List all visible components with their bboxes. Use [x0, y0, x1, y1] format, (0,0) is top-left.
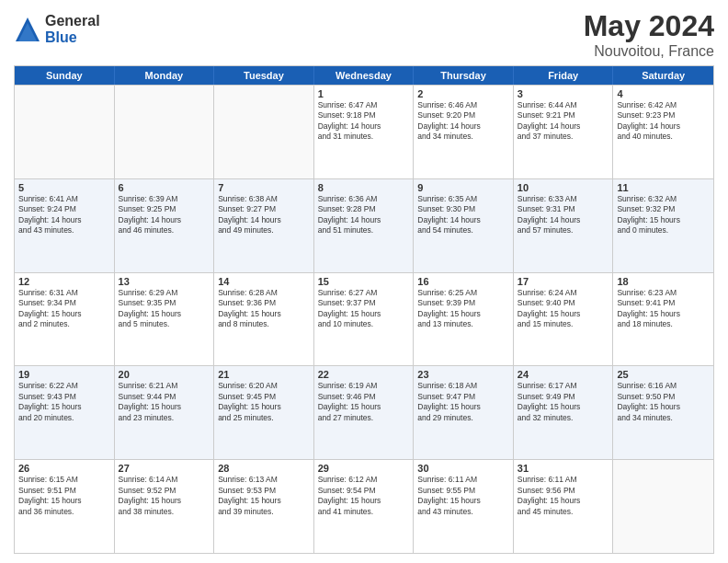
day-cell-31: 31Sunrise: 6:11 AM Sunset: 9:56 PM Dayli…: [514, 460, 614, 553]
day-info: Sunrise: 6:18 AM Sunset: 9:47 PM Dayligh…: [417, 381, 509, 423]
subtitle: Nouvoitou, France: [584, 43, 714, 60]
header-day-sunday: Sunday: [15, 66, 115, 85]
day-info: Sunrise: 6:12 AM Sunset: 9:54 PM Dayligh…: [318, 475, 410, 517]
day-cell-5: 5Sunrise: 6:41 AM Sunset: 9:24 PM Daylig…: [15, 179, 115, 272]
day-number: 29: [318, 463, 410, 474]
day-info: Sunrise: 6:47 AM Sunset: 9:18 PM Dayligh…: [318, 100, 410, 143]
day-info: Sunrise: 6:39 AM Sunset: 9:25 PM Dayligh…: [119, 194, 210, 236]
day-info: Sunrise: 6:41 AM Sunset: 9:24 PM Dayligh…: [18, 194, 110, 236]
day-number: 13: [119, 276, 210, 287]
calendar-row-4: 19Sunrise: 6:22 AM Sunset: 9:43 PM Dayli…: [15, 365, 713, 459]
header-day-tuesday: Tuesday: [214, 66, 314, 85]
day-number: 28: [218, 463, 310, 474]
day-number: 19: [18, 369, 110, 380]
day-number: 22: [318, 369, 410, 380]
day-cell-14: 14Sunrise: 6:28 AM Sunset: 9:36 PM Dayli…: [214, 273, 314, 366]
day-info: Sunrise: 6:22 AM Sunset: 9:43 PM Dayligh…: [18, 381, 110, 423]
header-day-monday: Monday: [115, 66, 215, 85]
day-info: Sunrise: 6:21 AM Sunset: 9:44 PM Dayligh…: [119, 381, 210, 423]
day-info: Sunrise: 6:11 AM Sunset: 9:56 PM Dayligh…: [518, 475, 609, 517]
day-number: 1: [318, 88, 410, 99]
day-cell-19: 19Sunrise: 6:22 AM Sunset: 9:43 PM Dayli…: [15, 366, 115, 459]
day-cell-21: 21Sunrise: 6:20 AM Sunset: 9:45 PM Dayli…: [214, 366, 314, 459]
main-title: May 2024: [584, 9, 714, 43]
day-info: Sunrise: 6:44 AM Sunset: 9:21 PM Dayligh…: [518, 100, 609, 143]
logo-general: General: [45, 13, 100, 29]
day-cell-27: 27Sunrise: 6:14 AM Sunset: 9:52 PM Dayli…: [115, 460, 215, 553]
day-number: 11: [617, 182, 710, 193]
day-info: Sunrise: 6:15 AM Sunset: 9:51 PM Dayligh…: [18, 475, 110, 517]
logo-text: General Blue: [45, 13, 100, 45]
logo-blue: Blue: [45, 29, 100, 46]
day-cell-30: 30Sunrise: 6:11 AM Sunset: 9:55 PM Dayli…: [414, 460, 514, 553]
day-number: 6: [119, 182, 210, 193]
day-cell-17: 17Sunrise: 6:24 AM Sunset: 9:40 PM Dayli…: [514, 273, 614, 366]
header: General Blue May 2024 Nouvoitou, France: [14, 9, 714, 60]
title-block: May 2024 Nouvoitou, France: [584, 9, 714, 60]
header-day-saturday: Saturday: [613, 66, 713, 85]
day-number: 24: [518, 369, 609, 380]
day-info: Sunrise: 6:29 AM Sunset: 9:35 PM Dayligh…: [119, 288, 210, 330]
day-cell-8: 8Sunrise: 6:36 AM Sunset: 9:28 PM Daylig…: [314, 179, 415, 272]
day-cell-12: 12Sunrise: 6:31 AM Sunset: 9:34 PM Dayli…: [15, 273, 115, 366]
day-info: Sunrise: 6:19 AM Sunset: 9:46 PM Dayligh…: [318, 381, 410, 423]
day-info: Sunrise: 6:42 AM Sunset: 9:23 PM Dayligh…: [617, 100, 710, 143]
header-day-wednesday: Wednesday: [314, 66, 415, 85]
day-number: 9: [417, 182, 509, 193]
day-number: 21: [218, 369, 310, 380]
day-number: 20: [119, 369, 210, 380]
day-number: 12: [18, 276, 110, 287]
day-number: 23: [417, 369, 509, 380]
day-info: Sunrise: 6:28 AM Sunset: 9:36 PM Dayligh…: [218, 288, 310, 330]
logo-icon: [14, 16, 41, 43]
day-cell-1: 1Sunrise: 6:47 AM Sunset: 9:18 PM Daylig…: [314, 86, 415, 178]
logo: General Blue: [14, 13, 100, 45]
day-cell-25: 25Sunrise: 6:16 AM Sunset: 9:50 PM Dayli…: [613, 366, 713, 459]
day-info: Sunrise: 6:33 AM Sunset: 9:31 PM Dayligh…: [518, 194, 609, 236]
day-cell-empty-0-1: [115, 86, 215, 178]
calendar-row-1: 1Sunrise: 6:47 AM Sunset: 9:18 PM Daylig…: [15, 85, 713, 178]
day-cell-26: 26Sunrise: 6:15 AM Sunset: 9:51 PM Dayli…: [15, 460, 115, 553]
day-info: Sunrise: 6:38 AM Sunset: 9:27 PM Dayligh…: [218, 194, 310, 236]
day-cell-15: 15Sunrise: 6:27 AM Sunset: 9:37 PM Dayli…: [314, 273, 415, 366]
calendar: SundayMondayTuesdayWednesdayThursdayFrid…: [14, 65, 714, 554]
day-number: 31: [518, 463, 609, 474]
day-info: Sunrise: 6:31 AM Sunset: 9:34 PM Dayligh…: [18, 288, 110, 330]
day-info: Sunrise: 6:16 AM Sunset: 9:50 PM Dayligh…: [617, 381, 710, 423]
header-day-thursday: Thursday: [414, 66, 514, 85]
day-cell-23: 23Sunrise: 6:18 AM Sunset: 9:47 PM Dayli…: [414, 366, 514, 459]
day-number: 2: [417, 88, 509, 99]
day-info: Sunrise: 6:24 AM Sunset: 9:40 PM Dayligh…: [518, 288, 609, 330]
day-cell-2: 2Sunrise: 6:46 AM Sunset: 9:20 PM Daylig…: [414, 86, 514, 178]
header-day-friday: Friday: [514, 66, 614, 85]
day-cell-3: 3Sunrise: 6:44 AM Sunset: 9:21 PM Daylig…: [514, 86, 614, 178]
day-number: 14: [218, 276, 310, 287]
day-info: Sunrise: 6:36 AM Sunset: 9:28 PM Dayligh…: [318, 194, 410, 236]
day-number: 18: [617, 276, 710, 287]
day-cell-empty-0-0: [15, 86, 115, 178]
day-cell-28: 28Sunrise: 6:13 AM Sunset: 9:53 PM Dayli…: [214, 460, 314, 553]
day-cell-4: 4Sunrise: 6:42 AM Sunset: 9:23 PM Daylig…: [613, 86, 713, 178]
day-number: 26: [18, 463, 110, 474]
calendar-body: 1Sunrise: 6:47 AM Sunset: 9:18 PM Daylig…: [15, 85, 713, 553]
day-number: 4: [617, 88, 710, 99]
day-info: Sunrise: 6:11 AM Sunset: 9:55 PM Dayligh…: [417, 475, 509, 517]
day-cell-empty-0-2: [214, 86, 314, 178]
day-cell-20: 20Sunrise: 6:21 AM Sunset: 9:44 PM Dayli…: [115, 366, 215, 459]
day-cell-11: 11Sunrise: 6:32 AM Sunset: 9:32 PM Dayli…: [613, 179, 713, 272]
day-number: 27: [119, 463, 210, 474]
day-cell-empty-4-6: [613, 460, 713, 553]
day-cell-13: 13Sunrise: 6:29 AM Sunset: 9:35 PM Dayli…: [115, 273, 215, 366]
day-info: Sunrise: 6:27 AM Sunset: 9:37 PM Dayligh…: [318, 288, 410, 330]
day-number: 15: [318, 276, 410, 287]
day-info: Sunrise: 6:25 AM Sunset: 9:39 PM Dayligh…: [417, 288, 509, 330]
day-info: Sunrise: 6:23 AM Sunset: 9:41 PM Dayligh…: [617, 288, 710, 330]
calendar-row-3: 12Sunrise: 6:31 AM Sunset: 9:34 PM Dayli…: [15, 272, 713, 366]
day-info: Sunrise: 6:32 AM Sunset: 9:32 PM Dayligh…: [617, 194, 710, 236]
day-cell-16: 16Sunrise: 6:25 AM Sunset: 9:39 PM Dayli…: [414, 273, 514, 366]
day-number: 3: [518, 88, 609, 99]
day-cell-18: 18Sunrise: 6:23 AM Sunset: 9:41 PM Dayli…: [613, 273, 713, 366]
day-number: 25: [617, 369, 710, 380]
day-number: 16: [417, 276, 509, 287]
day-cell-22: 22Sunrise: 6:19 AM Sunset: 9:46 PM Dayli…: [314, 366, 415, 459]
